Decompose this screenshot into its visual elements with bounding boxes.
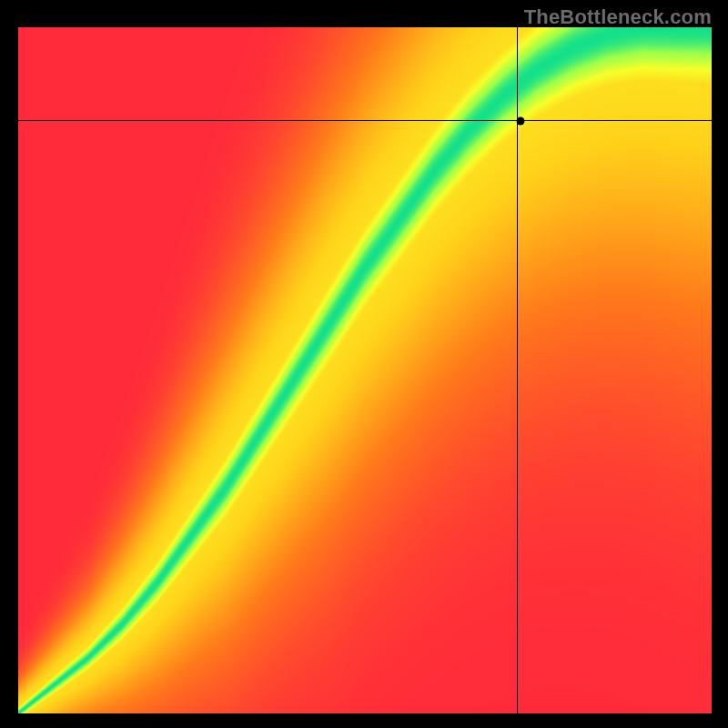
marker-dot	[516, 117, 524, 126]
chart-container: TheBottleneck.com	[0, 0, 728, 728]
crosshair-horizontal	[18, 120, 712, 121]
watermark-text: TheBottleneck.com	[524, 5, 712, 29]
crosshair-vertical	[517, 27, 518, 713]
plot-area	[18, 27, 712, 713]
heatmap-canvas	[18, 27, 712, 713]
